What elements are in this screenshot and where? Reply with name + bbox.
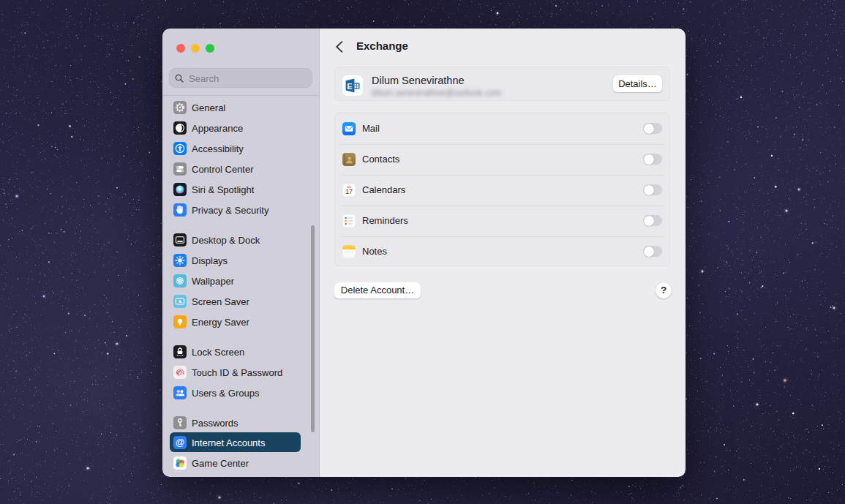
- svg-text:17: 17: [345, 188, 353, 195]
- svg-text:E: E: [347, 82, 352, 91]
- svg-text:@: @: [176, 437, 185, 448]
